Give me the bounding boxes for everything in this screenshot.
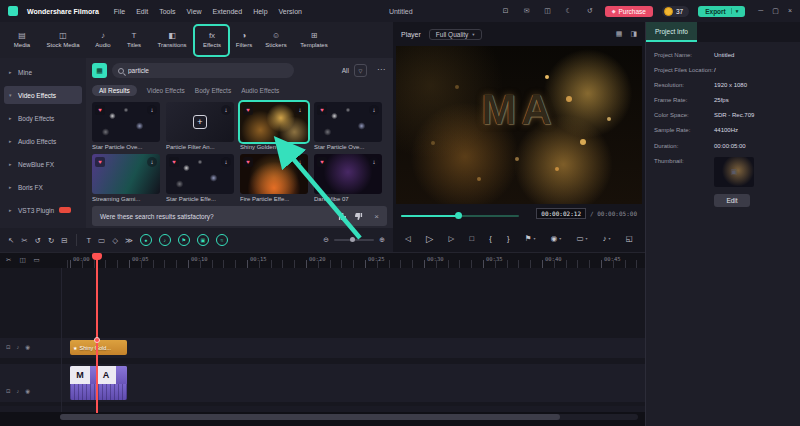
- snapshot-button[interactable]: ◉ ▾: [551, 234, 562, 243]
- download-icon[interactable]: ↓: [295, 157, 305, 167]
- download-icon[interactable]: ↓: [221, 105, 231, 115]
- filter-tab-video-effects[interactable]: Video Effects: [147, 85, 185, 96]
- purchase-button[interactable]: ◆ Purchase: [605, 6, 653, 17]
- favorite-heart-icon[interactable]: ♥: [317, 157, 327, 167]
- effect-card[interactable]: ♥ ↓ Star Particle Ove...: [314, 102, 382, 150]
- effect-card[interactable]: ♥ ↓ Fire Particle Effe...: [240, 154, 308, 202]
- download-icon[interactable]: ↓: [147, 105, 157, 115]
- download-icon[interactable]: ↓: [369, 105, 379, 115]
- video-clip[interactable]: M A: [70, 366, 127, 400]
- quality-dropdown[interactable]: Full Quality ▾: [429, 29, 482, 40]
- coin-balance[interactable]: 37: [662, 6, 689, 17]
- delete-icon[interactable]: ⊟: [61, 236, 67, 245]
- filter-tab-audio-effects[interactable]: Audio Effects: [241, 85, 279, 96]
- preview-frame-icon[interactable]: ◫: [19, 256, 25, 264]
- zoom-in-icon[interactable]: ⊕: [379, 236, 385, 244]
- download-icon[interactable]: ↓: [295, 105, 305, 115]
- effect-thumbnail[interactable]: ♥ ↓: [92, 102, 160, 142]
- sidebar-item-mine[interactable]: ▸ Mine: [4, 63, 82, 81]
- favorite-heart-icon[interactable]: ♥: [95, 157, 105, 167]
- thumbs-down-icon[interactable]: [354, 212, 363, 221]
- close-icon[interactable]: ×: [374, 212, 379, 221]
- minimize-button[interactable]: ─: [758, 7, 763, 15]
- menu-help[interactable]: Help: [253, 8, 267, 15]
- menu-view[interactable]: View: [187, 8, 202, 15]
- menu-tools[interactable]: Tools: [159, 8, 175, 15]
- snapshot-icon[interactable]: ▣: [197, 234, 209, 246]
- favorite-heart-icon[interactable]: ♥: [243, 105, 253, 115]
- favorite-heart-icon[interactable]: ♥: [169, 157, 179, 167]
- fullscreen-button[interactable]: ◱: [626, 234, 633, 243]
- crop-button[interactable]: ▭ ▾: [577, 234, 588, 243]
- effect-thumbnail[interactable]: ♥ ↓: [314, 154, 382, 194]
- tab-media[interactable]: ▤ Media: [6, 32, 38, 48]
- more-options-icon[interactable]: ⋯: [377, 65, 385, 74]
- compare-view-icon[interactable]: ◨: [630, 30, 637, 38]
- tab-transitions[interactable]: ◧ Transitions: [150, 32, 194, 48]
- tab-audio[interactable]: ♪ Audio: [88, 32, 118, 48]
- redo-icon[interactable]: ↻: [48, 236, 54, 245]
- search-box[interactable]: [112, 63, 294, 78]
- select-tool-icon[interactable]: ↖: [8, 236, 14, 245]
- playhead-handle[interactable]: [92, 253, 102, 260]
- undo-icon[interactable]: ↺: [35, 236, 41, 245]
- playhead-line[interactable]: [96, 253, 98, 413]
- sidebar-item-video-effects[interactable]: ▾ Video Effects: [4, 86, 82, 104]
- mute-icon[interactable]: ♪: [17, 388, 20, 394]
- effect-card[interactable]: ♥ ↓ Star Particle Effe...: [166, 154, 234, 202]
- marker-icon[interactable]: ⚑: [178, 234, 190, 246]
- effect-card[interactable]: ♥ ↓ Streaming Gami...: [92, 154, 160, 202]
- voiceover-icon[interactable]: ♪: [159, 234, 171, 246]
- volume-button[interactable]: ♪ ▾: [603, 234, 611, 243]
- zoom-knob[interactable]: [350, 237, 355, 242]
- maximize-button[interactable]: ▢: [772, 7, 779, 15]
- sidebar-item-audio-effects[interactable]: ▸ Audio Effects: [4, 132, 82, 150]
- filter-tab-body-effects[interactable]: Body Effects: [195, 85, 231, 96]
- project-info-tab[interactable]: Project Info: [646, 22, 697, 42]
- marker-button[interactable]: ⚑ ▾: [525, 234, 536, 243]
- tab-stickers[interactable]: ☺ Stickers: [260, 32, 292, 48]
- effect-card[interactable]: + ↓ Particle Filter An...: [166, 102, 234, 150]
- next-frame-button[interactable]: ▷: [449, 234, 455, 243]
- effect-thumbnail[interactable]: ♥ ↓: [92, 154, 160, 194]
- feedback-icon[interactable]: ✉: [521, 7, 533, 15]
- tab-filters[interactable]: ◑ Filters: [230, 32, 258, 48]
- thumbs-up-icon[interactable]: [338, 212, 347, 221]
- screen-record-icon[interactable]: ●: [140, 234, 152, 246]
- export-dropdown-icon[interactable]: ▾: [731, 8, 739, 14]
- favorite-heart-icon[interactable]: ♥: [317, 105, 327, 115]
- download-icon[interactable]: ↓: [369, 157, 379, 167]
- lock-icon[interactable]: ⊡: [6, 388, 11, 394]
- gift-icon[interactable]: ⊡: [500, 7, 512, 15]
- effect-thumbnail[interactable]: ♥ ↓: [240, 154, 308, 194]
- keyframe-icon[interactable]: ◇: [112, 236, 118, 245]
- menu-version[interactable]: Version: [279, 8, 302, 15]
- effect-thumbnail[interactable]: + ↓: [166, 102, 234, 142]
- download-icon[interactable]: ↓: [147, 157, 157, 167]
- zoom-out-icon[interactable]: ⊖: [323, 236, 329, 244]
- search-input[interactable]: [128, 67, 288, 74]
- effect-thumbnail[interactable]: ♥ ↓: [314, 102, 382, 142]
- video-preview[interactable]: MA: [396, 46, 642, 204]
- sidebar-item-body-effects[interactable]: ▸ Body Effects: [4, 109, 82, 127]
- stop-button[interactable]: □: [470, 234, 475, 243]
- edit-button[interactable]: Edit: [714, 194, 750, 207]
- effect-thumbnail[interactable]: ♥ ↓: [240, 102, 308, 142]
- favorite-heart-icon[interactable]: ♥: [243, 157, 253, 167]
- play-button[interactable]: ▷: [426, 233, 433, 244]
- razor-tool-icon[interactable]: ✂: [21, 236, 27, 245]
- effect-card[interactable]: ♥ ↓ Dark Vibe 07: [314, 154, 382, 202]
- zoom-slider[interactable]: [334, 239, 374, 241]
- menu-edit[interactable]: Edit: [136, 8, 148, 15]
- tab-stock-media[interactable]: ◫ Stock Media: [40, 32, 86, 48]
- track-size-icon[interactable]: ▭: [34, 256, 40, 264]
- sidebar-item-vst3-plugin[interactable]: ▸ VST3 Plugin: [4, 201, 82, 219]
- sidebar-item-newblue-fx[interactable]: ▸ NewBlue FX: [4, 155, 82, 173]
- speed-icon[interactable]: ≫: [125, 236, 133, 245]
- grid-view-icon[interactable]: ▦: [616, 30, 623, 38]
- mark-in-button[interactable]: {: [489, 234, 492, 243]
- menu-extended[interactable]: Extended: [213, 8, 243, 15]
- export-button[interactable]: Export ▾: [698, 6, 745, 17]
- scrollbar-thumb[interactable]: [60, 414, 560, 420]
- add-effect-icon[interactable]: +: [193, 115, 207, 129]
